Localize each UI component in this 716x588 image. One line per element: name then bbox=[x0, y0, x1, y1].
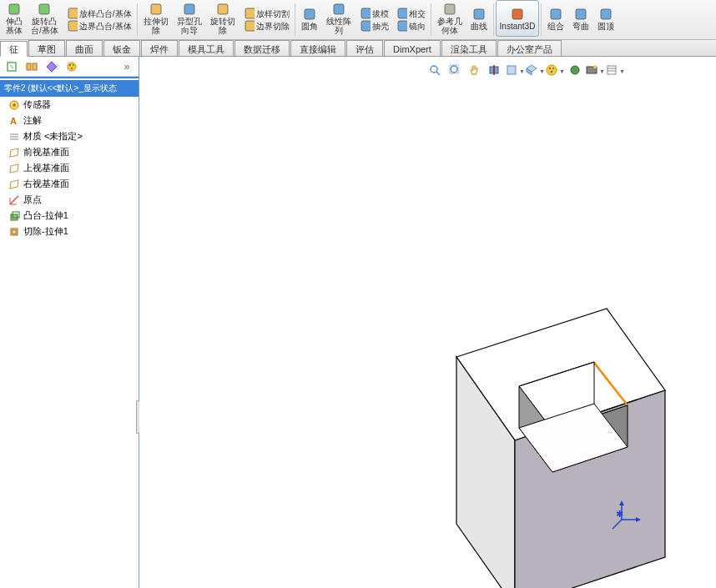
boundary-icon bbox=[66, 20, 78, 32]
zoom-fit-icon bbox=[428, 63, 441, 78]
svg-marker-76 bbox=[619, 500, 624, 505]
graphics-viewport[interactable]: ▼▼▼▼▼ bbox=[139, 57, 716, 588]
revolve-icon bbox=[37, 2, 52, 17]
tab-2[interactable]: 曲面 bbox=[66, 40, 103, 56]
tab-4[interactable]: 焊件 bbox=[141, 40, 178, 56]
tree-item-label: 前视基准面 bbox=[23, 146, 69, 158]
ribbon-shell-button[interactable]: 抽壳 bbox=[355, 20, 392, 33]
tab-1[interactable]: 草图 bbox=[28, 40, 65, 56]
svg-rect-2 bbox=[68, 8, 78, 18]
display-style-button[interactable]: ▼ bbox=[506, 62, 524, 80]
tree-item-label: 切除-拉伸1 bbox=[23, 225, 68, 238]
svg-marker-25 bbox=[47, 62, 57, 72]
svg-marker-78 bbox=[636, 517, 641, 522]
annot-icon: A bbox=[8, 115, 20, 127]
tab-11[interactable]: 办公室产品 bbox=[497, 40, 562, 56]
display-style-icon bbox=[505, 63, 518, 78]
svg-point-46 bbox=[431, 66, 437, 73]
tree-display-icon[interactable] bbox=[43, 58, 60, 75]
ribbon-combine-button[interactable]: 组合 bbox=[543, 0, 568, 37]
ribbon-instant3d-button[interactable]: Instant3D bbox=[496, 0, 540, 37]
ribbon-cut-boundary-button[interactable]: 边界切除 bbox=[240, 20, 293, 33]
pan-hand-button[interactable] bbox=[466, 62, 484, 80]
tab-9[interactable]: DimXpert bbox=[384, 40, 441, 56]
tree-item-cut[interactable]: 切除-拉伸1 bbox=[0, 224, 139, 239]
tab-10[interactable]: 渲染工具 bbox=[441, 40, 497, 56]
tree-item-extrude[interactable]: 凸台-拉伸1 bbox=[0, 208, 139, 224]
tab-6[interactable]: 数据迁移 bbox=[234, 40, 290, 56]
svg-rect-13 bbox=[398, 8, 407, 18]
settings-button[interactable]: ▼ bbox=[606, 62, 624, 80]
svg-rect-11 bbox=[361, 8, 371, 18]
tree-appearance-icon[interactable] bbox=[63, 58, 80, 75]
ribbon-pattern-button[interactable]: 线性阵列 bbox=[322, 0, 355, 37]
ribbon-mirror-button[interactable]: 镜向 bbox=[392, 20, 429, 33]
ribbon-flex-button[interactable]: 弯曲 bbox=[568, 0, 593, 37]
ribbon-fillet-button[interactable]: 圆角 bbox=[297, 0, 322, 37]
instant3d-icon bbox=[510, 7, 525, 22]
svg-line-79 bbox=[613, 520, 622, 529]
tab-7[interactable]: 直接编辑 bbox=[290, 40, 345, 56]
tree-item-sensor[interactable]: 传感器 bbox=[0, 97, 139, 113]
svg-point-61 bbox=[593, 65, 597, 68]
ribbon-cut-revolve-button[interactable]: 旋转切除 bbox=[206, 0, 240, 37]
shell-icon bbox=[359, 20, 371, 32]
material-icon bbox=[8, 131, 20, 143]
tree-config-icon[interactable] bbox=[23, 58, 40, 75]
tree-item-origin[interactable]: 原点 bbox=[0, 192, 139, 208]
tree-item-plane[interactable]: 上视基准面 bbox=[0, 160, 139, 176]
ribbon-revolve-button[interactable]: 旋转凸台/基体 bbox=[27, 0, 63, 37]
tree-item-plane[interactable]: 右视基准面 bbox=[0, 176, 139, 192]
tree-item-label: 材质 <未指定> bbox=[23, 130, 83, 143]
ribbon-refgeom-button[interactable]: 参考几何体 bbox=[433, 0, 466, 37]
svg-rect-24 bbox=[33, 63, 37, 70]
plane-icon bbox=[8, 147, 20, 158]
ribbon-hole-button[interactable]: 异型孔向导 bbox=[173, 0, 206, 37]
render-button[interactable]: ▼ bbox=[586, 62, 604, 80]
tab-0[interactable]: 征 bbox=[0, 41, 28, 57]
section-button[interactable] bbox=[486, 62, 504, 80]
svg-point-48 bbox=[451, 66, 457, 73]
zoom-fit-button[interactable] bbox=[426, 62, 444, 80]
ribbon-curve-button[interactable]: 曲线 bbox=[466, 0, 492, 37]
section-icon bbox=[488, 63, 502, 78]
origin-icon bbox=[8, 194, 20, 206]
tree-item-label: 注解 bbox=[23, 114, 42, 127]
tree-root[interactable]: 零件2 (默认<<默认>_显示状态 bbox=[0, 80, 139, 97]
view-orient-icon bbox=[525, 63, 538, 78]
origin-triad-icon: ✱ bbox=[609, 499, 643, 532]
tree-item-label: 右视基准面 bbox=[23, 178, 69, 190]
svg-rect-20 bbox=[601, 9, 611, 19]
tab-5[interactable]: 模具工具 bbox=[179, 40, 234, 56]
ribbon-boundary-button[interactable]: 边界凸台/基体 bbox=[63, 20, 135, 33]
tree-item-annot[interactable]: A注解 bbox=[0, 113, 139, 128]
tree-item-label: 凸台-拉伸1 bbox=[23, 209, 68, 222]
flex-icon bbox=[573, 7, 588, 22]
svg-rect-12 bbox=[361, 21, 371, 31]
tree-item-plane[interactable]: 前视基准面 bbox=[0, 144, 139, 160]
ribbon-extrude-button[interactable]: 伸凸基体 bbox=[2, 0, 27, 37]
svg-rect-16 bbox=[474, 9, 484, 19]
svg-rect-3 bbox=[68, 21, 78, 31]
tab-8[interactable]: 评估 bbox=[346, 40, 383, 56]
dome-icon bbox=[598, 7, 613, 22]
chevron-down-icon: ▼ bbox=[559, 68, 565, 74]
intersect-icon bbox=[396, 8, 407, 19]
sensor-icon bbox=[8, 99, 20, 111]
svg-rect-5 bbox=[184, 4, 194, 14]
svg-rect-62 bbox=[608, 66, 616, 74]
ribbon-cut-extrude-button[interactable]: 拉伸切除 bbox=[139, 0, 173, 37]
view-orient-button[interactable]: ▼ bbox=[526, 62, 544, 80]
scene-button[interactable] bbox=[566, 62, 584, 80]
tree-filter-icon[interactable] bbox=[3, 58, 20, 75]
appearance-button[interactable]: ▼ bbox=[546, 62, 564, 80]
svg-rect-14 bbox=[398, 21, 407, 31]
tree-expand-icon[interactable]: » bbox=[118, 58, 135, 75]
zoom-area-button[interactable] bbox=[446, 62, 464, 80]
ribbon-dome-button[interactable]: 圆顶 bbox=[593, 0, 618, 37]
svg-rect-45 bbox=[13, 230, 16, 234]
tab-3[interactable]: 钣金 bbox=[103, 40, 140, 56]
tree-item-material[interactable]: 材质 <未指定> bbox=[0, 128, 139, 144]
extrude-icon bbox=[8, 210, 20, 222]
ribbon-toolbar: 伸凸基体旋转凸台/基体放样凸台/基体边界凸台/基体拉伸切除异型孔向导旋转切除放样… bbox=[0, 0, 716, 40]
